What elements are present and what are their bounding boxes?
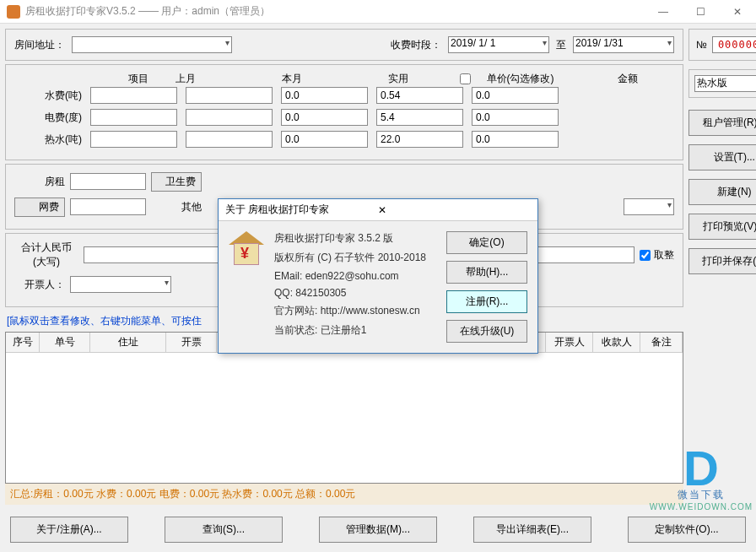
water-amount[interactable] <box>472 87 559 104</box>
hot-amount[interactable] <box>472 131 559 148</box>
electric-row: 电费(度) <box>14 109 674 126</box>
elec-amount[interactable] <box>472 109 559 126</box>
about-info: 房租收据打印专家 3.5.2 版 版权所有 (C) 石子软件 2010-2018… <box>274 231 436 343</box>
hot-this[interactable] <box>186 131 273 148</box>
records-table[interactable]: 序号 单号 住址 开票 总金额 开票人 收款人 备注 <box>5 332 683 484</box>
dialog-ok-button[interactable]: 确定(O) <box>446 231 527 254</box>
other-combo[interactable] <box>624 198 674 215</box>
water-this[interactable] <box>186 87 273 104</box>
hotwater-row: 热水(吨) <box>14 131 674 148</box>
issuer-combo[interactable] <box>70 276 171 293</box>
about-register-button[interactable]: 关于/注册(A)... <box>10 517 128 543</box>
elec-price[interactable] <box>376 109 463 126</box>
room-address-label: 房间地址： <box>14 38 65 52</box>
receipt-no: № 0000001 <box>688 29 756 61</box>
date-to[interactable]: 2019/ 1/31 <box>573 36 674 53</box>
about-dialog: 关于 房租收据打印专家 ✕ ¥ 房租收据打印专家 3.5.2 版 版权所有 (C… <box>218 198 538 354</box>
manage-data-button[interactable]: 管理数据(M)... <box>319 517 437 543</box>
dialog-update-button[interactable]: 在线升级(U) <box>446 320 527 343</box>
dialog-title: 关于 房租收据打印专家 <box>225 203 373 217</box>
rent-input[interactable] <box>70 173 146 190</box>
water-price[interactable] <box>376 87 463 104</box>
settings-button[interactable]: 设置(T)... <box>688 144 756 170</box>
dialog-help-button[interactable]: 帮助(H)... <box>446 261 527 284</box>
tenant-manage-button[interactable]: 租户管理(R)... <box>688 110 756 136</box>
water-last[interactable] <box>90 87 177 104</box>
print-save-button[interactable]: 打印并保存(P) <box>688 248 756 274</box>
dialog-close-button[interactable]: ✕ <box>373 204 531 216</box>
minimize-button[interactable]: — <box>645 0 682 24</box>
receipt-no-value: 0000001 <box>712 36 756 53</box>
clean-fee-button[interactable]: 卫生费 <box>151 172 202 192</box>
dialog-register-button[interactable]: 注册(R)... <box>446 290 527 313</box>
new-button[interactable]: 新建(N) <box>688 179 756 205</box>
house-yen-icon: ¥ <box>229 231 264 267</box>
water-actual[interactable] <box>281 87 368 104</box>
query-button[interactable]: 查询(S)... <box>165 517 283 543</box>
hot-last[interactable] <box>90 131 177 148</box>
round-checkbox[interactable] <box>640 250 651 261</box>
net-fee-button[interactable]: 网费 <box>14 198 65 217</box>
hot-actual[interactable] <box>281 131 368 148</box>
close-button[interactable]: ✕ <box>719 0 756 24</box>
water-row: 水费(吨) <box>14 87 674 104</box>
room-address-combo[interactable] <box>72 36 232 53</box>
date-from[interactable]: 2019/ 1/ 1 <box>448 36 549 53</box>
to-label: 至 <box>556 38 566 52</box>
period-label: 收费时段： <box>391 38 441 52</box>
summary-bar: 汇总:房租：0.00元 水费：0.00元 电费：0.00元 热水费：0.00元 … <box>5 484 683 505</box>
titlebar: 房租收据打印专家V3.5.2 —— 用户：admin（管理员） — ☐ ✕ <box>0 0 756 24</box>
utilities-header: 项目 上月 本月 实用 单价(勾选修改) 金额 <box>14 72 674 87</box>
window-title: 房租收据打印专家V3.5.2 —— 用户：admin（管理员） <box>25 4 645 19</box>
version-combo[interactable]: 热水版 <box>694 75 756 92</box>
elec-last[interactable] <box>90 109 177 126</box>
net-input[interactable] <box>70 198 146 215</box>
maximize-button[interactable]: ☐ <box>682 0 719 24</box>
hot-price[interactable] <box>376 131 463 148</box>
app-icon <box>7 5 20 19</box>
price-edit-checkbox[interactable] <box>460 73 471 84</box>
custom-software-button[interactable]: 定制软件(O)... <box>628 517 746 543</box>
elec-this[interactable] <box>186 109 273 126</box>
elec-actual[interactable] <box>281 109 368 126</box>
export-button[interactable]: 导出详细表(E)... <box>473 517 591 543</box>
print-preview-button[interactable]: 打印预览(V)... <box>688 214 756 240</box>
